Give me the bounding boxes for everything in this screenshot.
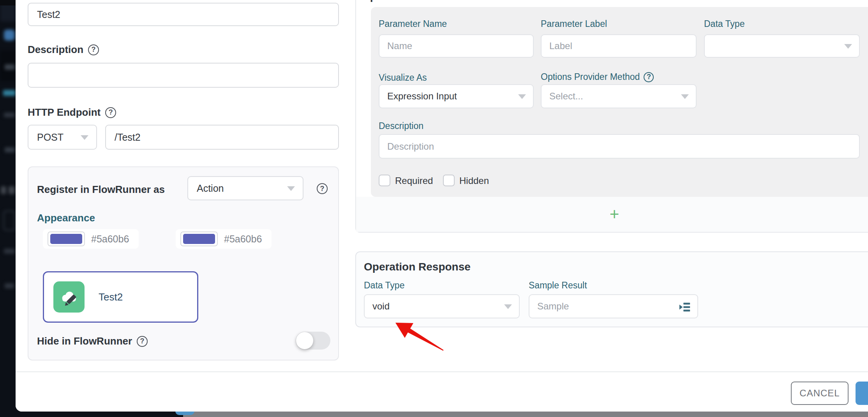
visualize-as-select[interactable]: Expression Input xyxy=(379,84,534,108)
operation-parameters-title: Operation Parameters xyxy=(362,0,476,2)
expression-editor-icon[interactable] xyxy=(679,301,691,313)
sidebar-text-fragment xyxy=(5,64,15,70)
color-picker-right[interactable]: #5a60b6 xyxy=(176,229,272,249)
modal-footer: CANCEL S xyxy=(16,371,868,412)
appearance-label-text: Appearance xyxy=(37,212,95,224)
options-provider-select[interactable]: Select... xyxy=(541,84,697,108)
appearance-label: Appearance xyxy=(37,212,95,224)
color-swatch-box[interactable] xyxy=(48,231,85,246)
sample-result-label: Sample Result xyxy=(529,280,587,291)
cloud-edit-icon xyxy=(53,281,85,313)
parameter-description-label: Description xyxy=(379,121,423,131)
sample-result-input[interactable]: Sample xyxy=(529,294,698,318)
description-help-icon[interactable]: ? xyxy=(88,44,99,55)
sidebar-text-fragment xyxy=(4,113,15,117)
http-method-select[interactable]: POST xyxy=(28,125,97,150)
operation-description-input[interactable] xyxy=(28,63,339,88)
options-provider-placeholder: Select... xyxy=(549,91,583,102)
register-type-select[interactable]: Action xyxy=(187,176,303,200)
color-swatch xyxy=(50,234,82,244)
operation-response-title: Operation Response xyxy=(364,261,471,273)
chevron-down-icon xyxy=(844,44,852,49)
sidebar-icon-fragment xyxy=(1,186,6,194)
chevron-down-icon xyxy=(681,94,689,99)
register-help-icon[interactable]: ? xyxy=(317,183,328,194)
hide-in-flowrunner-label: Hide in FlowRunner xyxy=(37,335,132,347)
cancel-button[interactable]: CANCEL xyxy=(791,382,849,405)
screen: Description ? HTTP Endpoint ? POST Regis… xyxy=(0,0,868,417)
description-label: Description xyxy=(28,44,83,56)
parameter-label-input[interactable] xyxy=(541,34,697,58)
sidebar-item-fragment xyxy=(3,210,16,231)
register-type-value: Action xyxy=(197,183,224,194)
color-hex-value[interactable]: #5a60b6 xyxy=(91,233,129,245)
add-parameter-button[interactable]: + xyxy=(610,206,619,223)
chevron-down-icon xyxy=(287,186,295,191)
http-path-input[interactable] xyxy=(105,125,339,150)
hidden-checkbox[interactable] xyxy=(443,175,455,186)
hidden-checkbox-label: Hidden xyxy=(459,175,489,186)
operation-response-card: Operation Response Data Type Sample Resu… xyxy=(355,251,868,327)
color-swatch-box[interactable] xyxy=(180,231,218,246)
http-endpoint-help-icon[interactable]: ? xyxy=(105,107,116,118)
register-card: Register in FlowRunner as Action ? Appea… xyxy=(28,166,339,360)
operation-name-input[interactable] xyxy=(28,3,339,26)
toggle-knob xyxy=(296,332,313,349)
color-swatch xyxy=(183,234,215,244)
options-provider-help-icon[interactable]: ? xyxy=(644,72,654,82)
action-preview-card[interactable]: Test2 xyxy=(43,271,198,323)
add-parameter-row: + xyxy=(356,197,868,232)
visualize-as-value: Expression Input xyxy=(387,91,457,102)
color-hex-value[interactable]: #5a60b6 xyxy=(224,233,262,245)
visualize-as-label: Visualize As xyxy=(379,72,427,83)
preview-action-name: Test2 xyxy=(99,291,123,303)
hide-label-row: Hide in FlowRunner ? xyxy=(37,335,148,347)
parameter-description-input[interactable] xyxy=(379,134,860,159)
parameter-label-label: Parameter Label xyxy=(541,19,607,29)
bottom-strip-dimmed-content xyxy=(183,412,868,417)
save-button[interactable]: S xyxy=(856,382,868,405)
sidebar-text-fragment xyxy=(3,90,16,96)
parameter-name-label: Parameter Name xyxy=(379,19,447,29)
chevron-down-icon xyxy=(81,135,88,140)
description-label-row: Description ? xyxy=(28,44,99,56)
sidebar-app-icon xyxy=(4,30,15,41)
parameter-group-panel: Parameter Name Parameter Label Data Type… xyxy=(371,7,868,197)
options-provider-label-row: Options Provider Method ? xyxy=(541,72,654,82)
required-checkbox-label: Required xyxy=(395,175,433,186)
sample-result-placeholder: Sample xyxy=(537,301,569,312)
parameter-data-type-select[interactable] xyxy=(704,34,860,58)
data-type-label: Data Type xyxy=(704,19,745,29)
color-picker-left[interactable]: #5a60b6 xyxy=(43,229,139,249)
sidebar-text-fragment xyxy=(5,283,14,288)
sidebar-icon-fragment xyxy=(9,186,15,194)
http-endpoint-label-row: HTTP Endpoint ? xyxy=(28,106,116,118)
response-data-type-select[interactable]: void xyxy=(364,294,520,318)
parameter-name-input[interactable] xyxy=(379,34,534,58)
chevron-down-icon xyxy=(518,94,526,99)
register-label: Register in FlowRunner as xyxy=(37,184,165,196)
chevron-down-icon xyxy=(504,304,512,309)
response-data-type-value: void xyxy=(372,301,390,312)
sidebar-text-fragment xyxy=(4,249,15,254)
hide-toggle[interactable] xyxy=(296,332,330,350)
register-label-text: Register in FlowRunner as xyxy=(37,184,165,196)
http-endpoint-label: HTTP Endpoint xyxy=(28,106,101,118)
required-checkbox[interactable] xyxy=(379,175,390,186)
hide-help-icon[interactable]: ? xyxy=(137,336,148,347)
http-method-value: POST xyxy=(37,132,64,143)
options-provider-label: Options Provider Method xyxy=(541,72,640,82)
sidebar-text-fragment xyxy=(5,147,15,152)
response-data-type-label: Data Type xyxy=(364,280,404,291)
